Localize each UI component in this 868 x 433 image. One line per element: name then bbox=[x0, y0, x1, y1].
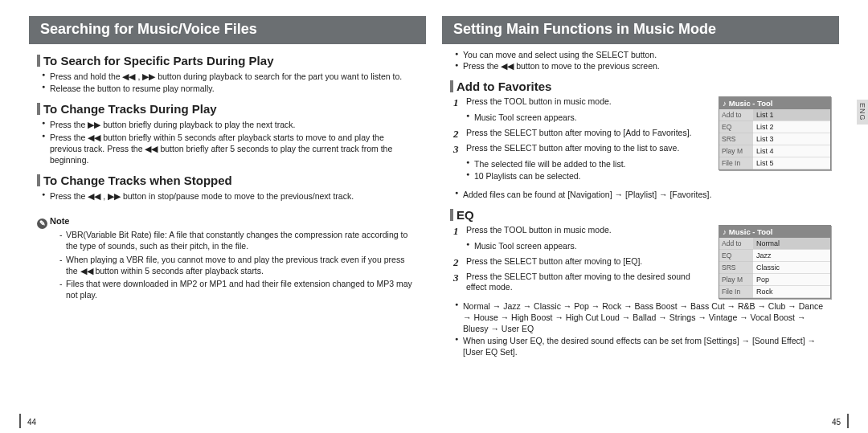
section-heading-change-tracks-play: To Change Tracks During Play bbox=[37, 102, 418, 116]
heading-bar-icon bbox=[450, 209, 453, 221]
step-1: 1Press the TOOL button in music mode. bbox=[453, 96, 712, 110]
list-item: Pop bbox=[753, 274, 830, 286]
page-number: 45 bbox=[832, 418, 841, 427]
widget-list: List 1 List 2 List 3 List 4 List 5 bbox=[753, 109, 830, 170]
widget-label: Add to bbox=[719, 109, 753, 121]
bullet-item: You can move and select using the SELECT… bbox=[455, 49, 831, 60]
bullet-item: Music Tool screen appears. bbox=[466, 240, 712, 251]
list-item: List 4 bbox=[753, 145, 830, 157]
music-note-icon: ♪ bbox=[723, 227, 727, 236]
widget-label: Play M bbox=[719, 145, 753, 157]
bullet-list: Press the ◀◀ , ▶▶ button in stop/pause m… bbox=[37, 190, 418, 202]
section-heading-change-tracks-stopped: To Change Tracks when Stopped bbox=[37, 174, 418, 187]
widget-label: SRS bbox=[719, 133, 753, 145]
bullet-item: Added files can be found at [Navigation]… bbox=[455, 189, 831, 200]
music-note-icon: ♪ bbox=[723, 99, 727, 108]
widget-label: EQ bbox=[719, 250, 753, 262]
content-left: To Search for Specific Parts During Play… bbox=[0, 54, 434, 300]
bullet-item: Release the button to resume play normal… bbox=[42, 83, 418, 94]
note-item: When playing a VBR file, you cannot move… bbox=[59, 254, 418, 276]
list-item: Normal bbox=[753, 238, 830, 250]
language-tab: ENG bbox=[857, 100, 868, 125]
heading-bar-icon bbox=[37, 55, 40, 67]
widget-label: EQ bbox=[719, 121, 753, 133]
music-tool-widget-eq: ♪ Music - Tool Add to EQ SRS Play M File… bbox=[719, 225, 831, 299]
content-right: You can move and select using the SELECT… bbox=[434, 49, 868, 358]
bullet-item: Press the ◀◀ button to move to the previ… bbox=[455, 60, 831, 71]
list-item: List 2 bbox=[753, 121, 830, 133]
list-item: Rock bbox=[753, 286, 830, 298]
page-45: Setting Main Functions in Music Mode ENG… bbox=[434, 0, 868, 433]
heading-bar-icon bbox=[37, 103, 40, 115]
list-item: Classic bbox=[753, 262, 830, 274]
list-item: List 3 bbox=[753, 133, 830, 145]
page-number: 44 bbox=[27, 418, 36, 427]
page-title-right: Setting Main Functions in Music Mode bbox=[442, 16, 839, 44]
eq-block: 1Press the TOOL button in music mode. Mu… bbox=[450, 225, 831, 299]
section-heading-favorites: Add to Favorites bbox=[450, 80, 831, 93]
section-heading-eq: EQ bbox=[450, 208, 831, 222]
bullet-list: Press the ▶▶ button briefly during playb… bbox=[37, 119, 418, 165]
bullet-list: Press and hold the ◀◀ , ▶▶ button during… bbox=[37, 71, 418, 94]
note-item: Files that were downloaded in MP2 or MP1… bbox=[59, 278, 418, 300]
note-heading: ✎Note bbox=[37, 216, 418, 229]
step-3: 3Press the SELECT button after moving to… bbox=[453, 143, 712, 157]
step-3: 3Press the SELECT button after moving to… bbox=[453, 272, 712, 293]
page-44: Searching for Music/Voice Files To Searc… bbox=[0, 0, 434, 433]
widget-list: Normal Jazz Classic Pop Rock bbox=[753, 238, 830, 298]
note-list: VBR(Variable Bit Rate) file: A file that… bbox=[37, 229, 418, 300]
widget-label: SRS bbox=[719, 262, 753, 274]
list-item: List 1 bbox=[753, 109, 830, 121]
favorites-block: 1Press the TOOL button in music mode. Mu… bbox=[450, 96, 831, 186]
favorites-text: 1Press the TOOL button in music mode. Mu… bbox=[450, 96, 712, 186]
widget-title: ♪ Music - Tool bbox=[719, 226, 830, 238]
list-item: List 5 bbox=[753, 157, 830, 170]
page-title-left: Searching for Music/Voice Files bbox=[29, 16, 426, 44]
step-1: 1Press the TOOL button in music mode. bbox=[453, 225, 712, 239]
bullet-item: Press and hold the ◀◀ , ▶▶ button during… bbox=[42, 71, 418, 82]
widget-label: Add to bbox=[719, 238, 753, 250]
note-icon: ✎ bbox=[37, 219, 47, 229]
note-item: VBR(Variable Bit Rate) file: A file that… bbox=[59, 229, 418, 251]
widget-label: File In bbox=[719, 286, 753, 298]
bullet-item: When using User EQ, the desired sound ef… bbox=[455, 335, 831, 357]
eq-text: 1Press the TOOL button in music mode. Mu… bbox=[450, 225, 712, 295]
manual-spread: Searching for Music/Voice Files To Searc… bbox=[0, 0, 868, 433]
widget-label: File In bbox=[719, 157, 753, 170]
heading-bar-icon bbox=[450, 80, 453, 92]
step-2: 2Press the SELECT button after moving to… bbox=[453, 256, 712, 270]
bullet-item: Music Tool screen appears. bbox=[466, 112, 712, 123]
page-edge-icon bbox=[19, 414, 21, 428]
bullet-item: Press the ◀◀ button briefly within 5 sec… bbox=[42, 132, 418, 166]
page-edge-icon bbox=[847, 414, 849, 428]
bullet-item: Press the ◀◀ , ▶▶ button in stop/pause m… bbox=[42, 190, 418, 202]
bullet-item: Normal → Jazz → Classic → Pop → Rock → B… bbox=[455, 300, 831, 335]
list-item: Jazz bbox=[753, 250, 830, 262]
bullet-item: Press the ▶▶ button briefly during playb… bbox=[42, 119, 418, 130]
widget-label: Play M bbox=[719, 274, 753, 286]
widget-title: ♪ Music - Tool bbox=[719, 97, 830, 109]
bullet-item: The selected file will be added to the l… bbox=[466, 158, 712, 170]
music-tool-widget-favorites: ♪ Music - Tool Add to EQ SRS Play M File… bbox=[719, 96, 831, 170]
section-heading-search-parts: To Search for Specific Parts During Play bbox=[37, 54, 418, 67]
bullet-item: 10 Playlists can be selected. bbox=[466, 170, 712, 182]
widget-side-labels: Add to EQ SRS Play M File In bbox=[719, 238, 753, 298]
step-2: 2Press the SELECT button after moving to… bbox=[453, 128, 712, 141]
widget-side-labels: Add to EQ SRS Play M File In bbox=[719, 109, 753, 170]
intro-bullets: You can move and select using the SELECT… bbox=[450, 49, 831, 71]
heading-bar-icon bbox=[37, 174, 40, 186]
